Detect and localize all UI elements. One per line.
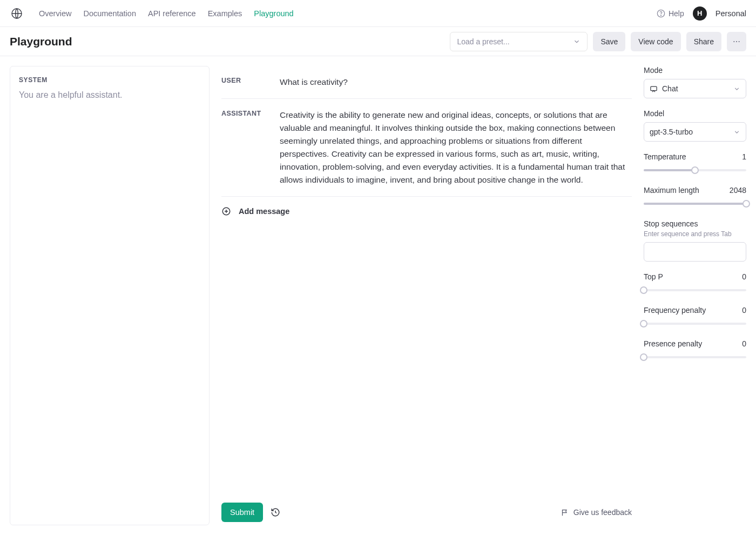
plus-circle-icon [221,206,231,216]
history-button[interactable] [271,507,280,517]
feedback-label: Give us feedback [573,508,632,517]
message-row-assistant[interactable]: ASSISTANT Creativity is the ability to g… [221,99,632,197]
maxlen-label: Maximum length [644,186,699,195]
mode-label: Mode [644,66,746,75]
svg-rect-7 [651,86,657,91]
chevron-down-icon [733,129,740,136]
freq-value: 0 [742,306,746,315]
message-row-user[interactable]: USER What is creativity? [221,66,632,99]
temperature-slider[interactable] [644,165,746,175]
chat-footer: Submit Give us feedback [221,496,632,525]
main: SYSTEM USER What is creativity? ASSISTAN… [0,56,756,535]
model-label: Model [644,109,746,118]
save-button[interactable]: Save [593,32,625,51]
svg-point-3 [733,41,734,42]
temperature-value: 1 [742,152,746,161]
feedback-button[interactable]: Give us feedback [561,508,632,517]
maxlen-slider[interactable] [644,199,746,209]
nav-overview[interactable]: Overview [39,9,71,18]
chevron-down-icon [733,85,740,92]
chat-icon [650,85,658,93]
top-nav: Overview Documentation API reference Exa… [0,0,756,27]
freq-slider[interactable] [644,319,746,329]
mode-value: Chat [662,84,678,93]
nav-api-reference[interactable]: API reference [148,9,196,18]
system-label: SYSTEM [19,76,200,84]
pres-slider[interactable] [644,352,746,362]
model-select[interactable]: gpt-3.5-turbo [644,122,746,142]
chat-area: USER What is creativity? ASSISTANT Creat… [221,66,632,525]
topp-slider[interactable] [644,285,746,295]
pres-value: 0 [742,339,746,348]
stop-hint: Enter sequence and press Tab [644,230,746,238]
add-message-button[interactable]: Add message [221,197,632,226]
view-code-button[interactable]: View code [631,32,680,51]
account-name[interactable]: Personal [716,9,746,18]
toolbar: Playground Load a preset... Save View co… [0,27,756,56]
nav-links: Overview Documentation API reference Exa… [39,9,294,18]
message-role: ASSISTANT [221,109,265,186]
add-message-label: Add message [239,207,289,216]
chevron-down-icon [573,38,580,45]
preset-placeholder: Load a preset... [457,37,509,46]
preset-select[interactable]: Load a preset... [450,32,588,51]
config-panel: Mode Chat Model gpt-3.5-turbo [644,66,746,525]
stop-label: Stop sequences [644,219,746,228]
openai-logo-icon [10,6,24,21]
messages-list: USER What is creativity? ASSISTANT Creat… [221,66,632,496]
submit-button[interactable]: Submit [221,503,263,522]
more-icon [732,37,741,46]
system-panel: SYSTEM [10,66,210,525]
more-button[interactable] [727,32,746,51]
mode-select[interactable]: Chat [644,79,746,98]
page-title: Playground [10,35,72,48]
help-icon [657,9,665,18]
share-button[interactable]: Share [686,32,721,51]
svg-point-5 [739,41,740,42]
temperature-label: Temperature [644,152,686,161]
topp-value: 0 [742,272,746,281]
avatar[interactable]: H [693,6,707,21]
maxlen-value: 2048 [730,186,746,195]
help-button[interactable]: Help [657,9,684,18]
flag-icon [561,509,569,517]
pres-label: Presence penalty [644,339,702,348]
freq-label: Frequency penalty [644,306,706,315]
topp-label: Top P [644,272,663,281]
stop-input[interactable] [644,242,746,262]
nav-examples[interactable]: Examples [208,9,242,18]
message-role: USER [221,76,265,89]
message-content[interactable]: What is creativity? [280,76,632,89]
svg-point-4 [736,41,737,42]
message-content[interactable]: Creativity is the ability to generate ne… [280,109,632,186]
svg-point-2 [660,15,661,15]
nav-playground[interactable]: Playground [254,9,293,18]
nav-documentation[interactable]: Documentation [83,9,136,18]
system-input[interactable] [19,90,200,515]
model-value: gpt-3.5-turbo [650,128,693,136]
help-label: Help [669,9,684,18]
